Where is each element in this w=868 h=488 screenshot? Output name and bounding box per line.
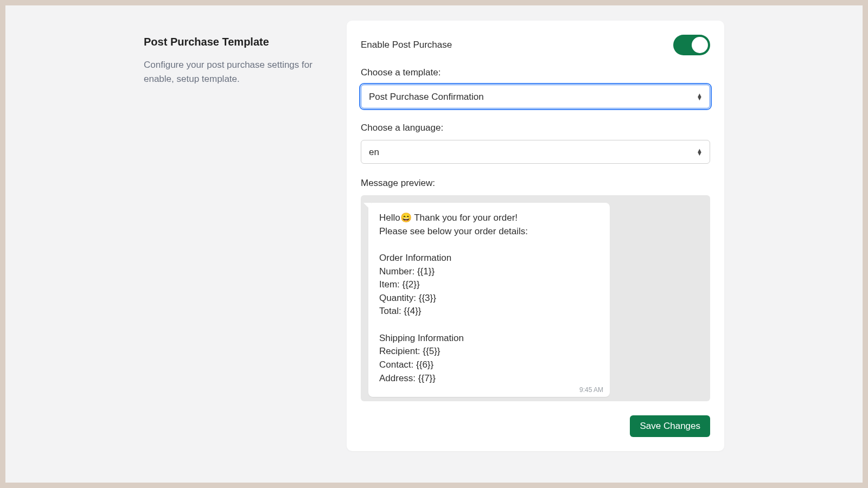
- page-description: Configure your post purchase settings fo…: [144, 58, 334, 86]
- preview-timestamp: 9:45 AM: [579, 386, 603, 394]
- page-root: Post Purchase Template Configure your po…: [5, 5, 863, 483]
- message-preview: Hello😄 Thank you for your order! Please …: [361, 195, 710, 401]
- toggle-knob: [692, 37, 708, 53]
- template-select-wrap: Post Purchase Confirmation ▲▼: [361, 85, 710, 108]
- language-select[interactable]: en: [361, 140, 710, 164]
- settings-card: Enable Post Purchase Choose a template: …: [347, 21, 724, 451]
- content-container: Post Purchase Template Configure your po…: [144, 21, 724, 451]
- template-select[interactable]: Post Purchase Confirmation: [361, 85, 710, 108]
- save-button[interactable]: Save Changes: [630, 415, 710, 437]
- language-field-label: Choose a language:: [361, 123, 710, 133]
- section-header: Post Purchase Template Configure your po…: [144, 21, 334, 451]
- enable-row: Enable Post Purchase: [361, 35, 710, 55]
- enable-toggle[interactable]: [673, 35, 710, 55]
- preview-field-label: Message preview:: [361, 178, 710, 189]
- language-select-wrap: en ▲▼: [361, 140, 710, 164]
- page-title: Post Purchase Template: [144, 36, 334, 48]
- enable-label: Enable Post Purchase: [361, 40, 452, 50]
- actions-row: Save Changes: [361, 415, 710, 437]
- chat-bubble: Hello😄 Thank you for your order! Please …: [368, 203, 610, 397]
- preview-message-text: Hello😄 Thank you for your order! Please …: [379, 211, 599, 385]
- template-field-label: Choose a template:: [361, 67, 710, 78]
